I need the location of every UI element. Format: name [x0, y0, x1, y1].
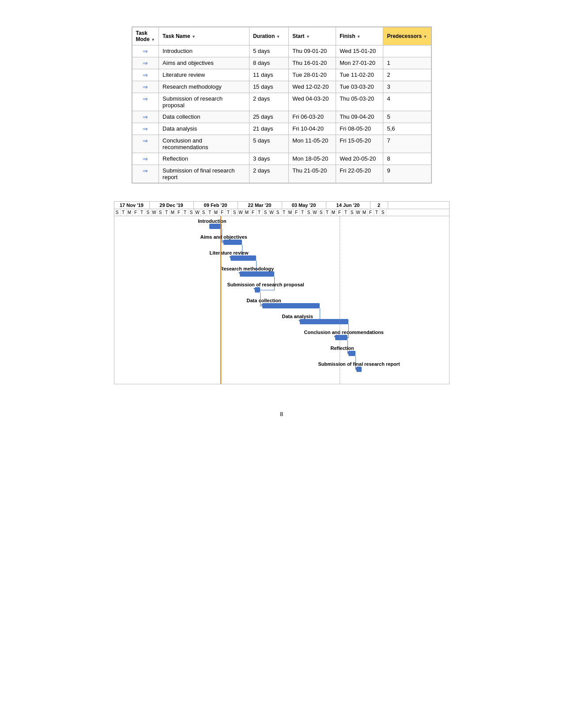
start-cell: Thu 21-05-20: [289, 165, 336, 183]
gantt-day-label: W: [195, 209, 201, 216]
gantt-day-label: S: [158, 209, 164, 216]
table-row: ⇒Data analysis21 daysFri 10-04-20Fri 08-…: [132, 123, 431, 135]
gantt-day-label: M: [170, 209, 176, 216]
predecessors-cell: 5,6: [383, 123, 431, 135]
gantt-period-label: 2: [370, 202, 388, 209]
duration-cell: 3 days: [249, 153, 288, 165]
gantt-day-label: T: [281, 209, 287, 216]
start-cell: Mon 11-05-20: [289, 135, 336, 153]
gantt-day-label: S: [349, 209, 355, 216]
gantt-period-header: 17 Nov '1929 Dec '1909 Feb '2022 Mar '20…: [114, 202, 449, 209]
gantt-task-label: Literature review: [210, 250, 249, 255]
gantt-period-label: 14 Jun '20: [326, 202, 370, 209]
task-name-cell: Introduction: [159, 45, 249, 57]
predecessors-cell: 8: [383, 153, 431, 165]
task-name-cell: Research methodology: [159, 81, 249, 93]
start-cell: Mon 18-05-20: [289, 153, 336, 165]
finish-cell: Tue 03-03-20: [336, 81, 383, 93]
gantt-day-label: F: [176, 209, 182, 216]
gantt-day-header: STMFTSWSTMFTSWSTMFTSWMFTSWSTMFTSWSTMFTSW…: [114, 209, 449, 216]
gantt-day-label: S: [189, 209, 195, 216]
start-cell: Tue 28-01-20: [289, 69, 336, 81]
task-mode-icon: ⇒: [143, 113, 148, 120]
task-mode-cell: ⇒: [132, 81, 159, 93]
task-mode-cell: ⇒: [132, 165, 159, 183]
table-header-row: TaskMode ▼ Task Name ▼ Duration ▼ Start …: [132, 27, 431, 45]
predecessors-cell: 2: [383, 69, 431, 81]
gantt-bar: [209, 224, 222, 229]
th-duration[interactable]: Duration ▼: [249, 27, 288, 45]
th-start[interactable]: Start ▼: [289, 27, 336, 45]
gantt-day-label: W: [238, 209, 244, 216]
duration-cell: 2 days: [249, 165, 288, 183]
gantt-day-label: F: [368, 209, 374, 216]
gantt-task-label: Conclusion and recommendations: [304, 330, 384, 335]
table-row: ⇒Reflection3 daysMon 18-05-20Wed 20-05-2…: [132, 153, 431, 165]
gantt-bar: [356, 367, 362, 372]
gantt-day-label: S: [232, 209, 238, 216]
predecessors-cell: 3: [383, 81, 431, 93]
task-mode-cell: ⇒: [132, 111, 159, 123]
gantt-bar: [348, 351, 355, 356]
table-row: ⇒Introduction5 daysThu 09-01-20Wed 15-01…: [132, 45, 431, 57]
task-mode-cell: ⇒: [132, 45, 159, 57]
table-row: ⇒Aims and objectives8 daysThu 16-01-20Mo…: [132, 57, 431, 69]
gantt-day-label: T: [374, 209, 380, 216]
gantt-day-label: S: [145, 209, 151, 216]
task-name-cell: Conclusion and recommendations: [159, 135, 249, 153]
predecessors-cell: 5: [383, 111, 431, 123]
gantt-bar: [262, 303, 320, 308]
duration-cell: 11 days: [249, 69, 288, 81]
gantt-day-label: F: [219, 209, 226, 216]
gantt-bar: [335, 335, 348, 340]
gantt-day-label: M: [213, 209, 219, 216]
finish-cell: Fri 15-05-20: [336, 135, 383, 153]
start-cell: Fri 10-04-20: [289, 123, 336, 135]
gantt-task-label: Introduction: [198, 218, 227, 224]
task-mode-cell: ⇒: [132, 57, 159, 69]
gantt-day-label: M: [362, 209, 368, 216]
predecessors-cell: 9: [383, 165, 431, 183]
gantt-day-label: T: [164, 209, 170, 216]
task-name-cell: Submission of final research report: [159, 165, 249, 183]
task-mode-cell: ⇒: [132, 93, 159, 111]
gantt-body: IntroductionAims and objectivesLiteratur…: [114, 216, 449, 384]
gantt-day-label: F: [133, 209, 139, 216]
gantt-table: TaskMode ▼ Task Name ▼ Duration ▼ Start …: [132, 26, 432, 184]
task-mode-cell: ⇒: [132, 135, 159, 153]
gantt-day-label: T: [226, 209, 232, 216]
th-finish[interactable]: Finish ▼: [336, 27, 383, 45]
start-cell: Wed 12-02-20: [289, 81, 336, 93]
gantt-period-label: 09 Feb '20: [194, 202, 238, 209]
duration-cell: 2 days: [249, 93, 288, 111]
task-mode-icon: ⇒: [143, 155, 148, 162]
task-mode-icon: ⇒: [143, 48, 148, 55]
task-name-cell: Data collection: [159, 111, 249, 123]
task-name-cell: Reflection: [159, 153, 249, 165]
gantt-day-label: S: [114, 209, 121, 216]
th-predecessors[interactable]: Predecessors ▼: [383, 27, 431, 45]
task-mode-cell: ⇒: [132, 123, 159, 135]
gantt-day-label: S: [263, 209, 269, 216]
table-row: ⇒Conclusion and recommendations5 daysMon…: [132, 135, 431, 153]
finish-cell: Thu 09-04-20: [336, 111, 383, 123]
gantt-period-label: 03 May '20: [282, 202, 326, 209]
gantt-task-label: Aims and objectives: [200, 234, 247, 240]
table-row: ⇒Submission of final research report2 da…: [132, 165, 431, 183]
gantt-day-label: F: [294, 209, 300, 216]
task-mode-icon: ⇒: [143, 83, 148, 90]
gantt-bar: [240, 271, 274, 277]
gantt-day-label: W: [312, 209, 318, 216]
th-task-mode[interactable]: TaskMode ▼: [132, 27, 159, 45]
task-name-cell: Aims and objectives: [159, 57, 249, 69]
task-mode-icon: ⇒: [143, 95, 148, 102]
finish-cell: Thu 05-03-20: [336, 93, 383, 111]
gantt-task-label: Data analysis: [282, 314, 313, 319]
gantt-bar: [300, 319, 348, 324]
gantt-period-label: 22 Mar '20: [238, 202, 282, 209]
gantt-bar: [223, 240, 242, 245]
gantt-day-label: W: [355, 209, 362, 216]
predecessors-cell: [383, 45, 431, 57]
th-task-name[interactable]: Task Name ▼: [159, 27, 249, 45]
gantt-day-label: T: [207, 209, 213, 216]
